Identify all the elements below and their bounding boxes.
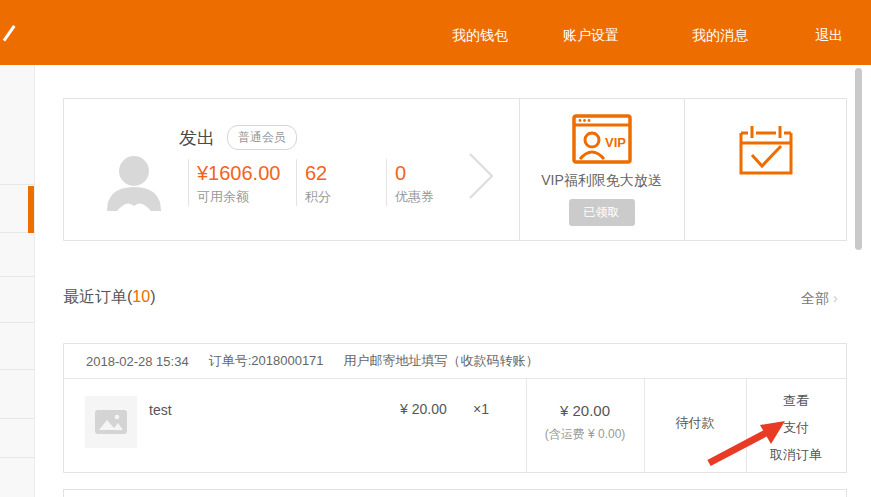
nav-my-messages[interactable]: 我的消息 xyxy=(692,27,748,45)
recent-orders-title: 最近订单(10) xyxy=(63,287,155,308)
sidebar-item[interactable] xyxy=(0,233,35,277)
sidebar-item[interactable] xyxy=(0,370,35,419)
order-shipping-note: (含运费 ¥ 0.00) xyxy=(526,426,644,443)
image-icon xyxy=(95,410,127,434)
sidebar-item[interactable] xyxy=(0,419,35,458)
scrollbar-thumb[interactable] xyxy=(855,68,862,250)
avatar xyxy=(101,149,167,219)
member-level-badge: 普通会员 xyxy=(227,125,297,150)
vip-icon-text: VIP xyxy=(605,135,626,150)
product-image-placeholder xyxy=(85,396,137,448)
logo-fragment xyxy=(0,16,16,41)
next-order-card xyxy=(63,489,847,497)
order-note: 用户邮寄地址填写（收款码转账） xyxy=(344,352,539,370)
nav-account-settings[interactable]: 账户设置 xyxy=(563,27,619,45)
order-status: 待付款 xyxy=(644,414,746,432)
balance-label: 可用余额 xyxy=(197,188,296,206)
vip-caption: VIP福利限免大放送 xyxy=(519,172,684,190)
pay-order-link[interactable]: 支付 xyxy=(746,419,846,437)
signin-section xyxy=(684,99,848,240)
nav-my-wallet[interactable]: 我的钱包 xyxy=(452,27,508,45)
sidebar xyxy=(0,65,35,497)
view-all-orders-link[interactable]: 全部› xyxy=(801,290,838,308)
orders-count: 10 xyxy=(132,288,150,305)
points-label: 积分 xyxy=(305,188,386,206)
balance-value: ¥1606.00 xyxy=(197,161,287,185)
calendar-check-icon[interactable] xyxy=(684,123,848,183)
view-order-link[interactable]: 查看 xyxy=(746,392,846,410)
vip-browser-icon: VIP xyxy=(519,114,684,168)
member-center-page: 我的钱包 账户设置 我的消息 退出 发出 普通会员 ¥1606.00 xyxy=(0,0,871,497)
order-header: 2018-02-28 15:34 订单号:2018000171 用户邮寄地址填写… xyxy=(64,344,846,379)
points-value: 62 xyxy=(305,161,386,185)
order-total: ¥ 20.00 xyxy=(526,402,644,419)
chevron-right-icon[interactable] xyxy=(466,151,496,205)
sidebar-item[interactable] xyxy=(0,65,35,185)
username: 发出 xyxy=(179,126,215,150)
order-number: 订单号:2018000171 xyxy=(209,352,324,370)
stat-balance[interactable]: ¥1606.00 可用余额 xyxy=(188,159,296,206)
sidebar-item[interactable] xyxy=(0,323,35,370)
chevron-right-icon: › xyxy=(833,290,838,306)
sidebar-active-indicator xyxy=(28,186,34,233)
vip-promo-section: VIP VIP福利限免大放送 已领取 xyxy=(519,99,684,240)
cancel-order-link[interactable]: 取消订单 xyxy=(746,446,846,464)
product-quantity: ×1 xyxy=(473,401,489,417)
order-card: 2018-02-28 15:34 订单号:2018000171 用户邮寄地址填写… xyxy=(63,343,847,473)
order-datetime: 2018-02-28 15:34 xyxy=(86,354,189,369)
claimed-button[interactable]: 已领取 xyxy=(569,199,635,226)
top-header: 我的钱包 账户设置 我的消息 退出 xyxy=(0,0,871,65)
product-price: ¥ 20.00 xyxy=(400,401,447,417)
product-name[interactable]: test xyxy=(149,402,172,418)
nav-logout[interactable]: 退出 xyxy=(815,27,843,45)
stat-points[interactable]: 62 积分 xyxy=(296,159,386,206)
user-info-card: 发出 普通会员 ¥1606.00 可用余额 62 积分 0 优惠券 xyxy=(63,98,847,241)
sidebar-item[interactable] xyxy=(0,277,35,323)
